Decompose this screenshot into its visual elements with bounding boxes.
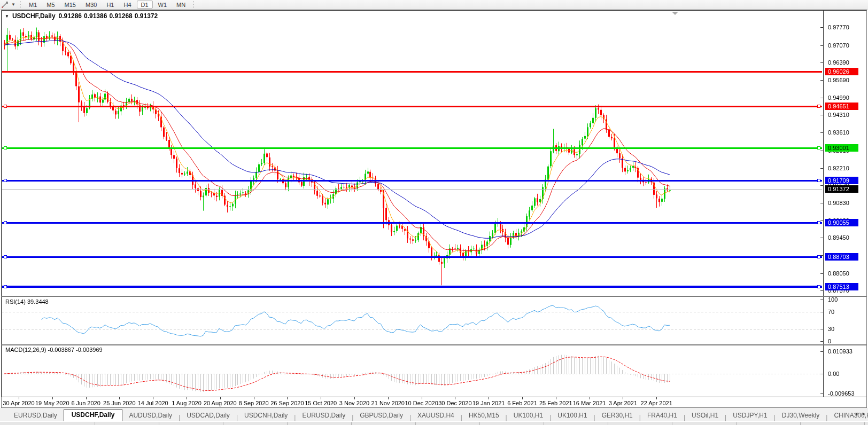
level-price-label: 0.88703 xyxy=(825,253,858,261)
date-tick-label: 6 Feb 2021 xyxy=(507,400,537,406)
macd-indicator-name: MACD(12,26,9) xyxy=(5,347,46,353)
rsi-tick-label: 100 xyxy=(828,296,838,303)
timeframe-button-m30[interactable]: M30 xyxy=(81,1,101,9)
chart-title: ▼ USDCHF,Daily 0.91286 0.91386 0.91268 0… xyxy=(5,12,158,20)
level-price-label: 0.90055 xyxy=(825,219,858,226)
level-price-label: 0.94651 xyxy=(825,103,858,110)
chart-tab-eurusd-daily[interactable]: EURUSD,Daily xyxy=(7,410,64,421)
drawing-tool-icon[interactable] xyxy=(0,1,10,9)
date-tick-label: 26 Sep 2020 xyxy=(270,400,304,406)
chart-tab-usdjpy-h1[interactable]: USDJPY,H1 xyxy=(726,410,773,421)
timeframe-button-m5[interactable]: M5 xyxy=(42,1,59,9)
date-tick-label: 30 Dec 2020 xyxy=(438,400,471,406)
tab-scroll-left-icon[interactable]: ◄ xyxy=(854,411,858,416)
timeframe-button-w1[interactable]: W1 xyxy=(154,1,172,9)
date-tick-label: 8 Sep 2020 xyxy=(238,400,268,406)
chart-tab-ger30-h1[interactable]: GER30,H1 xyxy=(595,410,639,421)
chart-tab-dj30-weekly[interactable]: DJ30,Weekly xyxy=(776,410,826,421)
date-tick-label: 15 Oct 2020 xyxy=(305,400,337,406)
chart-symbol-period: USDCHF,Daily xyxy=(12,12,56,20)
timeframe-button-d1[interactable]: D1 xyxy=(137,1,153,9)
macd-signal-current-value: -0.003969 xyxy=(76,347,103,353)
panel-column-separator xyxy=(544,422,544,425)
panel-column-separator xyxy=(864,422,865,425)
price-tick-label: 0.89450 xyxy=(828,234,849,241)
chart-tab-uk100-h1[interactable]: UK100,H1 xyxy=(551,410,593,421)
price-tick-label: 0.93610 xyxy=(828,129,849,136)
price-tick-label: 0.94990 xyxy=(828,95,849,101)
date-tick-label: 1 Aug 2020 xyxy=(172,400,201,406)
date-tick-label: 20 Aug 2020 xyxy=(204,400,237,406)
price-tick-label: 0.88050 xyxy=(828,270,849,277)
chart-collapse-icon[interactable]: ▼ xyxy=(5,14,9,19)
panel-column-separator xyxy=(736,422,737,425)
panel-column-separator xyxy=(223,422,223,425)
rsi-tick-label: 70 xyxy=(828,309,834,315)
date-tick-label: 22 Apr 2021 xyxy=(641,400,672,406)
rsi-current-value: 39.3448 xyxy=(27,298,49,305)
macd-tick-label: 0.00 xyxy=(828,371,839,377)
level-price-label: 0.91709 xyxy=(825,177,858,184)
macd-tick-label: -0.009653 xyxy=(828,390,855,397)
price-tick-label: 0.94310 xyxy=(828,112,849,118)
timeframe-buttons: M1M5M15M30H1H4D1W1MN xyxy=(24,1,190,9)
date-tick-label: 3 Apr 2021 xyxy=(609,400,637,406)
chart-tab-audusd-daily[interactable]: AUDUSD,Daily xyxy=(122,410,179,421)
price-tick-label: 0.90830 xyxy=(828,200,849,206)
macd-tick-label: 0.010933 xyxy=(828,348,852,355)
rsi-indicator-name: RSI(14) xyxy=(5,298,26,305)
rsi-tick-label: 30 xyxy=(828,326,834,332)
chart-tab-hk50-m15[interactable]: HK50,M15 xyxy=(462,410,506,421)
date-tick-label: 19 Jan 2021 xyxy=(472,400,505,406)
date-tick-label: 16 Mar 2021 xyxy=(573,400,606,406)
panel-column-separator xyxy=(351,422,352,425)
date-tick-label: 19 May 2020 xyxy=(35,400,69,406)
timeframe-button-m1[interactable]: M1 xyxy=(25,1,41,9)
chart-tabbar: EURUSD,DailyUSDCHF,DailyAUDUSD,Daily | U… xyxy=(0,408,868,421)
timeframe-button-m15[interactable]: M15 xyxy=(60,1,80,9)
date-tick-label: 25 Feb 2021 xyxy=(539,400,572,406)
macd-current-value: -0.003867 xyxy=(48,347,74,353)
chart-canvas[interactable] xyxy=(2,10,866,407)
chart-tab-usdchf-daily[interactable]: USDCHF,Daily xyxy=(64,409,123,421)
date-tick-label: 30 Apr 2020 xyxy=(3,400,34,406)
chart-window: ▼ USDCHF,Daily 0.91286 0.91386 0.91268 0… xyxy=(1,10,867,408)
panel-column-separator xyxy=(608,422,608,425)
date-tick-label: 3 Nov 2020 xyxy=(339,400,369,406)
tab-scroll-arrows: ◄ ► xyxy=(854,411,866,416)
tool-dropdown-caret-icon[interactable]: ▼ xyxy=(10,1,17,9)
level-price-label: 0.96026 xyxy=(825,68,858,75)
chart-tab-usdcad-daily[interactable]: USDCAD,Daily xyxy=(180,410,236,421)
level-price-label: 0.87513 xyxy=(825,283,858,290)
ohlc-close: 0.91372 xyxy=(135,12,158,20)
toolbar: ▼ M1M5M15M30H1H4D1W1MN xyxy=(0,0,868,10)
panel-column-separator xyxy=(479,422,480,425)
chart-tab-eurusd-daily[interactable]: EURUSD,Daily xyxy=(296,410,352,421)
level-price-label: 0.93001 xyxy=(825,144,858,152)
macd-pane-label: MACD(12,26,9) -0.003867 -0.003969 xyxy=(5,347,103,353)
chart-tab-fra40-h1[interactable]: FRA40,H1 xyxy=(641,410,684,421)
date-tick-label: 21 Nov 2020 xyxy=(371,400,405,406)
chart-tab-usoil-h1[interactable]: USOil,H1 xyxy=(685,410,725,421)
date-tick-label: 6 Jun 2020 xyxy=(71,400,100,406)
chart-tab-xauusd-h4[interactable]: XAUUSD,H4 xyxy=(411,410,461,421)
toolbar-grip xyxy=(19,1,22,9)
panel-column-separator xyxy=(159,422,159,425)
chart-tab-uk100-h1[interactable]: UK100,H1 xyxy=(507,410,549,421)
ohlc-low: 0.91268 xyxy=(109,12,132,20)
rsi-pane-label: RSI(14) 39.3448 xyxy=(5,298,49,305)
timeframe-button-mn[interactable]: MN xyxy=(172,1,190,9)
docked-panel-edge xyxy=(0,421,868,425)
chart-tab-gbpusd-daily[interactable]: GBPUSD,Daily xyxy=(353,410,409,421)
rsi-tick-label: 0 xyxy=(828,338,831,344)
panel-column-separator xyxy=(95,422,95,425)
chart-tab-usdcnh-daily[interactable]: USDCNH,Daily xyxy=(238,410,294,421)
timeframe-button-h4[interactable]: H4 xyxy=(119,1,135,9)
price-tick-label: 0.97770 xyxy=(828,24,849,30)
timeframe-button-h1[interactable]: H1 xyxy=(102,1,118,9)
bid-price-label: 0.91372 xyxy=(825,185,858,193)
price-tick-label: 0.97070 xyxy=(828,42,849,49)
price-tick-label: 0.96390 xyxy=(828,59,849,66)
panel-column-separator xyxy=(800,422,801,425)
tab-scroll-right-icon[interactable]: ► xyxy=(862,411,866,416)
